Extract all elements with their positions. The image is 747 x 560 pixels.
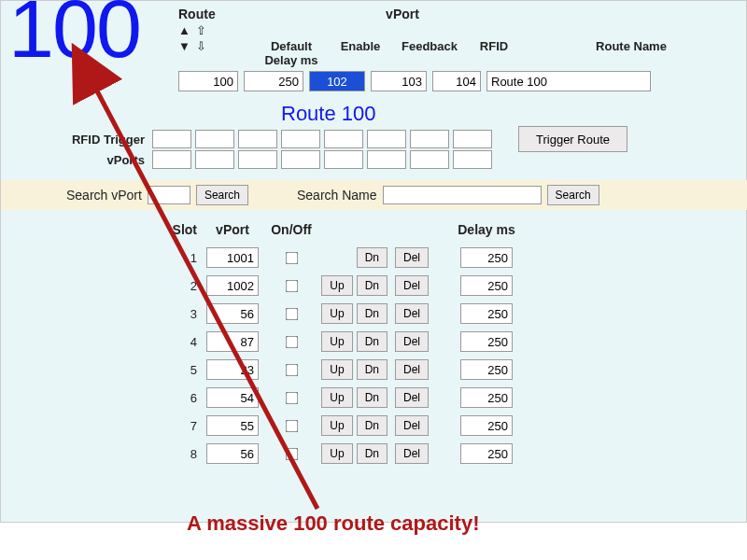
table-row: 2UpDnDel [160,272,533,300]
trigger-route-button[interactable]: Trigger Route [518,126,627,152]
delay-input[interactable] [460,387,513,408]
vport-input[interactable] [206,359,259,380]
up-button[interactable]: Up [321,387,352,408]
up-button[interactable]: Up [321,275,352,296]
th-vport: vPort [204,222,261,237]
onoff-checkbox[interactable] [286,419,299,432]
del-button[interactable]: Del [395,359,429,380]
label-route: Route [178,7,262,21]
cell-slot: 5 [160,363,197,377]
rfid-trigger-input-8[interactable] [453,130,492,148]
dn-button[interactable]: Dn [357,247,388,268]
del-button[interactable]: Del [395,443,429,464]
table-row: 5UpDnDel [160,356,533,384]
vports-input-7[interactable] [410,150,449,169]
rfid-trigger-input-4[interactable] [281,130,320,148]
rfid-trigger-input-2[interactable] [195,130,234,148]
delay-input[interactable] [460,275,513,296]
table-row: 1DnDel [160,244,533,272]
cell-slot: 3 [160,307,197,321]
up-button[interactable]: Up [321,443,352,464]
del-button[interactable]: Del [395,247,429,268]
vport-input[interactable] [206,275,259,296]
onoff-checkbox[interactable] [286,307,299,320]
search-name-input[interactable] [383,186,542,204]
rfid-trigger-input-6[interactable] [367,130,406,148]
dn-button[interactable]: Dn [357,415,388,436]
search-vport-input[interactable] [148,186,190,204]
search-vport-button[interactable]: Search [196,185,248,205]
onoff-checkbox[interactable] [286,391,299,404]
onoff-checkbox[interactable] [286,363,299,376]
label-feedback: Feedback [393,39,466,67]
vport-input[interactable] [206,415,259,436]
label-vport: vPort [262,7,543,21]
up-button[interactable]: Up [321,303,352,324]
del-button[interactable]: Del [395,275,429,296]
top-grid: Route vPort ▲ ⇧ ▼ ⇩ Default Delay ms Ena… [178,7,729,91]
up-button[interactable]: Up [321,359,352,380]
del-button[interactable]: Del [395,415,429,436]
rfid-trigger-row: RFID Trigger Trigger Route [48,126,627,152]
vports-input-4[interactable] [281,150,320,169]
th-delay: Delay ms [440,222,533,237]
vport-input[interactable] [206,443,259,464]
feedback-input[interactable] [371,71,427,91]
label-search-vport: Search vPort [66,188,142,203]
dn-button[interactable]: Dn [357,275,388,296]
table-row: 3UpDnDel [160,300,533,328]
vport-input[interactable] [206,247,259,268]
rfid-trigger-input-5[interactable] [324,130,363,148]
cell-slot: 8 [160,447,197,461]
table-row: 4UpDnDel [160,328,533,356]
vports-input-2[interactable] [195,150,234,169]
dn-button[interactable]: Dn [357,443,388,464]
rfid-trigger-input-3[interactable] [238,130,277,148]
delay-input[interactable] [460,359,513,380]
onoff-checkbox[interactable] [286,447,299,460]
rfid-trigger-input-1[interactable] [152,130,191,148]
vports-input-8[interactable] [453,150,492,169]
dn-button[interactable]: Dn [357,359,388,380]
route-down-outline-icon[interactable]: ⇩ [196,39,206,53]
delay-input[interactable] [460,331,513,352]
rfid-trigger-input-7[interactable] [410,130,449,148]
delay-input[interactable] [460,443,513,464]
default-delay-input[interactable] [244,71,303,91]
onoff-checkbox[interactable] [286,335,299,348]
label-search-name: Search Name [297,188,377,203]
enable-input[interactable] [309,71,365,91]
th-onoff: On/Off [268,222,315,237]
route-name-input[interactable] [486,71,651,91]
vports-input-5[interactable] [324,150,363,169]
label-enable: Enable [328,39,393,67]
dn-button[interactable]: Dn [357,331,388,352]
del-button[interactable]: Del [395,331,429,352]
vports-input-1[interactable] [152,150,191,169]
delay-input[interactable] [460,415,513,436]
onoff-checkbox[interactable] [286,251,299,264]
delay-input[interactable] [460,247,513,268]
dn-button[interactable]: Dn [357,387,388,408]
search-name-button[interactable]: Search [547,185,599,205]
vport-input[interactable] [206,303,259,324]
route-down-filled-icon[interactable]: ▼ [178,39,190,53]
dn-button[interactable]: Dn [357,303,388,324]
app-panel: 100 Route vPort ▲ ⇧ ▼ ⇩ Default Delay ms… [0,0,747,523]
cell-slot: 4 [160,335,197,349]
del-button[interactable]: Del [395,387,429,408]
up-button[interactable]: Up [321,415,352,436]
vport-input[interactable] [206,387,259,408]
route-input[interactable] [178,71,238,91]
del-button[interactable]: Del [395,303,429,324]
route-up-filled-icon[interactable]: ▲ [178,23,190,37]
vports-input-3[interactable] [238,150,277,169]
route-up-outline-icon[interactable]: ⇧ [196,23,206,37]
rfid-input[interactable] [432,71,481,91]
up-button[interactable]: Up [321,331,352,352]
vport-input[interactable] [206,331,259,352]
onoff-checkbox[interactable] [286,279,299,292]
delay-input[interactable] [460,303,513,324]
label-route-name: Route Name [522,39,709,67]
vports-input-6[interactable] [367,150,406,169]
